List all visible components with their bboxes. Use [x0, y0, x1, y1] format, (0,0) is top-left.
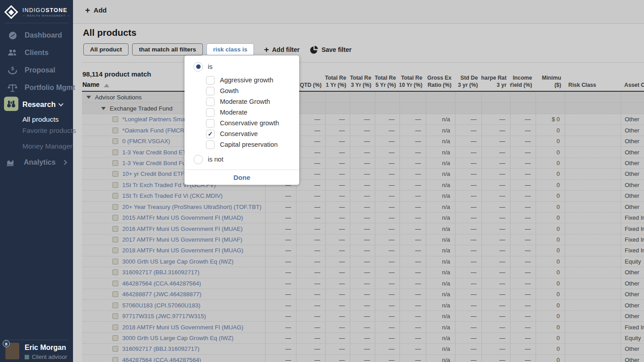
product-link[interactable]: 20+ Year Treasury (ProShares UltraShort)… — [122, 204, 262, 210]
collapse-icon[interactable] — [86, 96, 91, 99]
product-link[interactable]: 1-3 Year Credit Bond Fund — [122, 160, 192, 166]
column-header[interactable]: Total Re5 Yr (%) — [375, 71, 399, 91]
add-button[interactable]: + Add — [85, 6, 107, 14]
sidebar-item-analytics[interactable]: Analytics — [6, 158, 66, 166]
product-link[interactable]: *Oakmark Fund (FMCR.OA — [122, 127, 194, 134]
column-header[interactable]: Total Re10 Yr (%) — [399, 71, 426, 91]
checkbox-icon[interactable] — [206, 119, 215, 128]
checkbox-icon[interactable] — [206, 98, 215, 106]
product-link[interactable]: 2015 AMTFr Muni US Government FI (MUAD) — [122, 214, 243, 221]
product-link[interactable]: 1-3 Year Credit Bond ETF ( — [122, 149, 193, 156]
scope-filter-button[interactable]: All product — [83, 43, 129, 55]
row-checkbox[interactable] — [112, 193, 118, 199]
checkbox-icon[interactable] — [206, 87, 215, 95]
row-checkbox[interactable] — [112, 335, 118, 341]
radio-selected-icon[interactable] — [193, 62, 203, 72]
column-header[interactable]: Minimu($) — [536, 71, 565, 91]
column-header[interactable]: Total Re1 Yr (%) — [325, 71, 350, 91]
risk-class-option[interactable]: Moderate Growth — [206, 96, 299, 107]
product-link[interactable]: 3000 Grth US Large Cap Growth Eq (IWZ) — [122, 335, 233, 341]
column-header[interactable]: Gross ExRatio (%) — [426, 71, 455, 91]
risk-class-option[interactable]: Gowth — [206, 85, 299, 96]
row-checkbox[interactable] — [112, 160, 118, 166]
product-link[interactable]: 2017 AMTFr Muni US Government FI (MUAF) — [122, 236, 242, 243]
product-link[interactable]: 316092717 (BBJ.316092717) — [122, 345, 199, 352]
table-cell — [565, 256, 621, 267]
product-link[interactable]: 2018 AMTFr Muni US Government FI (MUAG) — [122, 247, 243, 254]
table-cell: — — [375, 322, 399, 332]
row-checkbox[interactable] — [112, 171, 118, 177]
risk-class-option[interactable]: Capital preservation — [206, 139, 299, 150]
product-link[interactable]: 2016 AMTFr Muni US Government FI (MUAE) — [122, 226, 243, 232]
row-checkbox[interactable] — [112, 302, 118, 308]
risk-class-filter-button[interactable]: risk class is — [206, 43, 254, 55]
radio-is-not[interactable]: is not — [193, 154, 299, 165]
row-checkbox[interactable] — [112, 226, 118, 232]
row-checkbox[interactable] — [112, 149, 118, 155]
product-link[interactable]: 464287564 (CCA.464287564) — [122, 280, 201, 287]
product-link[interactable]: 464287564 (CCA.464287564) — [122, 357, 201, 362]
row-checkbox[interactable] — [112, 357, 118, 362]
row-checkbox[interactable] — [112, 182, 118, 188]
sidebar-item-dashboard[interactable]: Dashboard — [7, 30, 62, 41]
checkbox-icon[interactable]: ✓ — [206, 130, 215, 138]
checkbox-icon[interactable] — [206, 108, 215, 117]
collapse-icon[interactable] — [101, 107, 106, 110]
product-link[interactable]: 97717W315 (JWC.97717W315) — [122, 313, 206, 319]
sidebar-item-all-products[interactable]: All products — [22, 115, 59, 124]
risk-class-option[interactable]: Aggressive growth — [206, 75, 299, 85]
product-link[interactable]: 2018 AMTFr Muni US Government FI (MUAG) — [122, 324, 243, 331]
table-cell — [565, 125, 621, 135]
row-checkbox[interactable] — [112, 269, 118, 275]
row-checkbox[interactable] — [112, 237, 118, 243]
checkbox-icon[interactable] — [206, 141, 215, 149]
checkbox-icon[interactable] — [206, 76, 215, 85]
product-link[interactable]: 3000 Grth US Large Cap Growth Eq (IWZ) — [122, 258, 233, 265]
add-button-label: Add — [94, 6, 107, 14]
sidebar-item-research[interactable]: Research — [22, 100, 63, 109]
radio-is[interactable]: is — [193, 61, 299, 72]
row-checkbox[interactable] — [112, 116, 118, 122]
table-cell: — — [481, 213, 510, 223]
product-link[interactable]: *Longleaf Partners Small-C — [122, 116, 194, 123]
risk-class-option[interactable]: ✓Conservative — [206, 128, 299, 139]
user-profile[interactable]: 8 Eric Morgan Client advisor — [5, 343, 67, 360]
row-checkbox[interactable] — [112, 247, 118, 253]
row-checkbox[interactable] — [112, 259, 118, 264]
risk-class-option[interactable]: Moderate — [206, 107, 299, 118]
column-header[interactable]: Std De3 yr (%) — [455, 71, 481, 91]
sidebar-item-favorite-products[interactable]: Favorite products — [22, 127, 76, 135]
sidebar-item-clients[interactable]: Clients — [7, 47, 48, 59]
save-filter-button[interactable]: Save filter — [309, 45, 352, 54]
add-filter-button[interactable]: + Add filter — [264, 45, 300, 54]
research-binoculars-icon[interactable] — [4, 97, 18, 111]
row-checkbox[interactable] — [112, 346, 118, 352]
sidebar-item-money-manager[interactable]: Money Manager — [22, 142, 73, 150]
match-mode-filter-button[interactable]: that match all filters — [132, 43, 203, 55]
row-checkbox[interactable] — [112, 138, 118, 144]
sidebar-item-portfolio-mgmt[interactable]: Portfolio Mgmt — [7, 82, 75, 94]
product-link[interactable]: 57060U183 (CPI.57060U183) — [122, 302, 201, 309]
column-header[interactable]: Sharpe Rat3 yr — [481, 71, 510, 91]
column-header[interactable]: QTD (%) — [296, 71, 325, 91]
row-checkbox[interactable] — [112, 281, 118, 286]
product-link[interactable]: 1St Tr Exch Traded Fd Vi (CKC.MDIV) — [122, 192, 223, 199]
product-link[interactable]: 464288877 (JWC.464288877) — [122, 291, 202, 298]
column-header[interactable]: IncomeYield (%) — [510, 71, 536, 91]
row-checkbox[interactable] — [112, 128, 118, 133]
risk-class-option[interactable]: Conservative growth — [206, 118, 299, 128]
product-link[interactable]: 316092717 (BBJ.316092717) — [122, 269, 199, 276]
column-header[interactable]: Total Re3 Yr (%) — [350, 71, 375, 91]
column-header[interactable]: Risk Class — [565, 71, 621, 91]
row-checkbox[interactable] — [112, 291, 118, 297]
sidebar-item-proposal[interactable]: $ Proposal — [7, 64, 55, 76]
radio-unselected-icon[interactable] — [193, 155, 203, 164]
row-checkbox[interactable] — [112, 204, 118, 210]
product-link[interactable]: 0 (FMCR.VSGAX) — [122, 138, 170, 145]
column-header[interactable]: Asset Class — [621, 71, 644, 91]
row-checkbox[interactable] — [112, 215, 118, 221]
done-button[interactable]: Done — [185, 170, 299, 184]
product-link[interactable]: 10+ yr Credit Bond ETF (iS — [122, 170, 193, 177]
row-checkbox[interactable] — [112, 324, 118, 330]
row-checkbox[interactable] — [112, 313, 118, 319]
